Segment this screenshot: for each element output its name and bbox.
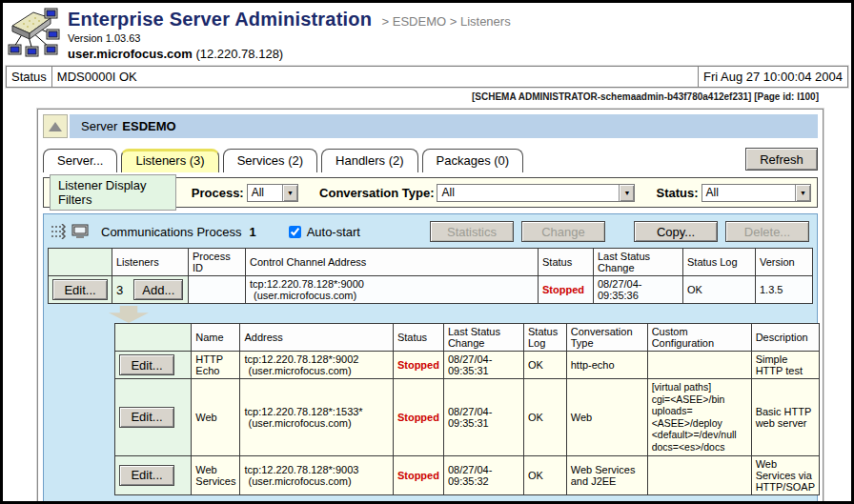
header-text: Enterprise Server Administration > ESDEM…: [60, 7, 511, 64]
address-line1: tcp:12.220.78.128*:1533*: [244, 406, 388, 417]
server-bar: Server ESDEMO: [43, 114, 818, 138]
address-cell: tcp:12.220.78.128*:9002 (user.microfocus…: [240, 352, 393, 379]
header-last-status-change: Last Status Change: [443, 324, 523, 352]
address-line2: (user.microfocus.com): [250, 290, 534, 301]
name-cell: Web Services: [192, 455, 240, 494]
listener-row: Edit... HTTP Echo tcp:12.220.78.128*:900…: [115, 352, 820, 379]
conversation-type-cell: Web: [566, 379, 647, 456]
address-line2: (user.microfocus.com): [244, 475, 388, 487]
status-cell: Stopped: [393, 455, 443, 494]
address-line1: tcp:12.220.78.128*:9000: [250, 278, 534, 290]
server-title: Server ESDEMO: [70, 114, 818, 138]
expand-arrow-icon: [109, 306, 149, 323]
header-version: Version: [756, 249, 813, 276]
statistics-button: Statistics: [430, 221, 514, 242]
edit-listener-button[interactable]: Edit...: [119, 465, 174, 486]
server-panel: Server ESDEMO Server... Listeners (3) Se…: [37, 109, 824, 504]
tabs-row: Server... Listeners (3) Services (2) Han…: [43, 144, 818, 172]
process-arrows-icon: [51, 224, 93, 239]
header-process-id: Process ID: [189, 249, 246, 276]
description-cell: Basic HTTP web server: [751, 379, 819, 456]
conversation-filter-value: All: [437, 185, 619, 201]
conversation-filter-label: Conversation Type:: [319, 186, 434, 200]
tab-services[interactable]: Services (2): [223, 149, 317, 172]
delete-button: Delete...: [725, 221, 809, 242]
autostart-checkbox[interactable]: [289, 226, 301, 238]
status-filter-value: All: [702, 185, 795, 201]
address-cell: tcp:12.220.78.128*:9003 (user.microfocus…: [240, 455, 393, 494]
header-conversation-type: Conversation Type: [566, 324, 647, 352]
last-status-change-cell: 08/27/04-09:35:31: [443, 352, 523, 379]
status-datetime: Fri Aug 27 10:00:04 2004: [698, 67, 847, 87]
status-cell: Stopped: [393, 379, 443, 456]
header-edit: [49, 249, 112, 276]
collapse-button[interactable]: [43, 114, 68, 138]
process-filter-select[interactable]: All ▼: [247, 184, 298, 202]
conversation-type-cell: http-echo: [566, 352, 647, 379]
session-info: [SCHEMA ADMINISTRATOR-schemaadmin-b43f78…: [3, 88, 851, 105]
copy-button[interactable]: Copy...: [634, 221, 718, 242]
address-cell: tcp:12.220.78.128*:1533* (user.microfocu…: [240, 379, 393, 456]
header-edit: [115, 324, 192, 352]
chevron-down-icon[interactable]: ▼: [795, 185, 810, 201]
add-listener-button[interactable]: Add...: [133, 279, 183, 300]
header-status-log: Status Log: [683, 249, 756, 276]
header-description: Description: [751, 324, 819, 352]
status-filter-label: Status:: [656, 186, 698, 200]
edit-listener-button[interactable]: Edit...: [119, 407, 174, 428]
comms-process-number: 1: [249, 225, 255, 239]
name-cell: Web: [192, 379, 240, 456]
listeners-table-header: Name Address Status Last Status Change S…: [115, 324, 820, 352]
server-prefix: Server: [81, 119, 117, 133]
tab-listeners[interactable]: Listeners (3): [121, 149, 218, 172]
status-label: Status: [7, 67, 52, 87]
edit-cell: Edit...: [115, 379, 192, 456]
triangle-up-icon: [49, 122, 62, 131]
refresh-button[interactable]: Refresh: [745, 148, 818, 171]
process-row: Edit... 3 Add... tcp:12.220.78.128*:9000…: [49, 276, 813, 304]
process-table-header: Listeners Process ID Control Channel Add…: [49, 249, 813, 276]
status-filter-select[interactable]: All ▼: [702, 184, 811, 202]
chevron-down-icon[interactable]: ▼: [282, 185, 297, 201]
listener-row: Edit... Web tcp:12.220.78.128*:1533* (us…: [115, 379, 820, 456]
chevron-down-icon[interactable]: ▼: [619, 185, 634, 201]
header-status-log: Status Log: [524, 324, 567, 352]
edit-listener-button[interactable]: Edit...: [119, 354, 174, 375]
header-status: Status: [539, 249, 594, 276]
app-header: Enterprise Server Administration > ESDEM…: [3, 3, 851, 64]
change-button: Change: [521, 221, 605, 242]
listeners-table: Name Address Status Last Status Change S…: [114, 323, 820, 495]
process-filter-value: All: [248, 185, 282, 201]
status-bar: Status MDS0000I OK Fri Aug 27 10:00:04 2…: [6, 66, 848, 88]
header-status: Status: [393, 324, 443, 352]
header-name: Name: [192, 324, 240, 352]
header-custom-configuration: Custom Configuration: [647, 324, 751, 352]
filters-title: Listener Display Filters: [50, 174, 176, 211]
comms-icons: [51, 224, 93, 239]
custom-configuration-cell: [virtual paths] cgi=<ASEE>/bin uploads=<…: [647, 379, 751, 456]
header-address: Address: [240, 324, 393, 352]
process-table: Listeners Process ID Control Channel Add…: [48, 248, 813, 304]
tab-packages[interactable]: Packages (0): [422, 149, 524, 172]
version-label: Version 1.03.63: [68, 32, 511, 44]
status-log-cell: OK: [683, 276, 756, 304]
name-cell: HTTP Echo: [192, 352, 240, 379]
autostart-label: Auto-start: [307, 225, 360, 239]
last-status-change-cell: 08/27/04-09:35:32: [443, 455, 523, 494]
breadcrumb[interactable]: > ESDEMO > Listeners: [382, 14, 511, 29]
tab-server[interactable]: Server...: [43, 149, 117, 172]
edit-process-button[interactable]: Edit...: [52, 279, 108, 300]
listener-row: Edit... Web Services tcp:12.220.78.128*:…: [115, 455, 820, 494]
comms-process-label: Communications Process: [101, 225, 241, 239]
conversation-filter-select[interactable]: All ▼: [437, 184, 635, 202]
host-ip: (12.220.78.128): [195, 47, 283, 61]
edit-cell: Edit...: [115, 455, 192, 494]
status-log-cell: OK: [524, 352, 567, 379]
address-line1: tcp:12.220.78.128*:9003: [244, 464, 388, 475]
header-listeners: Listeners: [112, 249, 189, 276]
tab-handlers[interactable]: Handlers (2): [321, 149, 418, 172]
status-cell: Stopped: [539, 276, 594, 304]
host-line: user.microfocus.com (12.220.78.128): [68, 47, 511, 61]
page-title: Enterprise Server Administration: [68, 9, 372, 30]
communications-section: Communications Process 1 Auto-start Stat…: [43, 213, 818, 504]
